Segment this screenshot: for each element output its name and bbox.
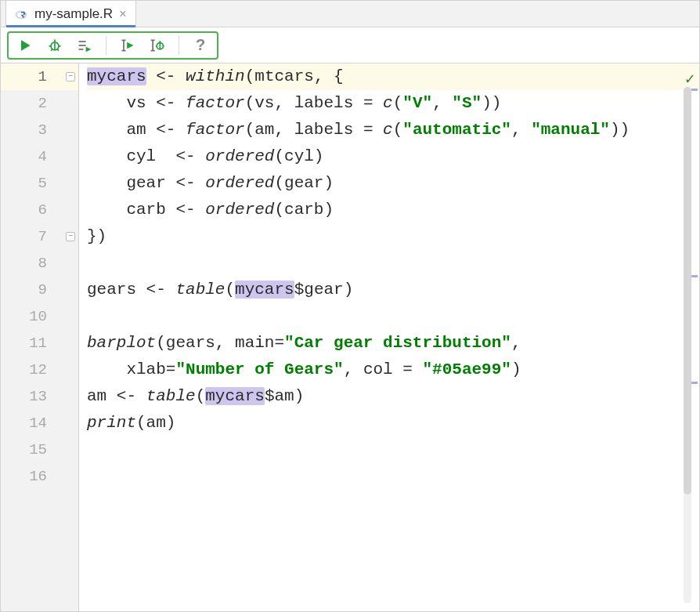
code-line[interactable] bbox=[87, 463, 699, 490]
code-line[interactable]: mycars <- within(mtcars, { bbox=[87, 63, 699, 90]
code-token: (am, labels = bbox=[245, 121, 383, 139]
code-token: am <- bbox=[87, 387, 146, 405]
help-button[interactable]: ? bbox=[192, 37, 209, 54]
code-line[interactable] bbox=[87, 250, 699, 277]
scrollbar-thumb[interactable] bbox=[684, 87, 691, 494]
run-button[interactable] bbox=[16, 37, 34, 54]
gutter-line[interactable]: 14 bbox=[1, 410, 78, 436]
code-token: gear <- bbox=[87, 174, 205, 192]
toolbar-separator bbox=[179, 36, 179, 55]
error-stripe[interactable] bbox=[691, 63, 698, 611]
file-tab-label: my-sample.R bbox=[34, 6, 113, 22]
code-area[interactable]: mycars <- within(mtcars, { vs <- factor(… bbox=[79, 63, 699, 611]
code-token: "V" bbox=[402, 94, 432, 112]
gutter-line[interactable]: 13 bbox=[1, 383, 78, 410]
code-token: )) bbox=[482, 94, 501, 112]
toolbar: ? bbox=[1, 27, 699, 63]
code-token: cyl <- bbox=[87, 147, 205, 165]
svg-line-7 bbox=[57, 49, 59, 51]
code-line[interactable]: am <- factor(am, labels = c("automatic",… bbox=[87, 117, 699, 143]
code-line[interactable]: }) bbox=[87, 223, 699, 250]
code-token: (gears, main= bbox=[156, 334, 284, 352]
code-token: within bbox=[186, 67, 245, 85]
code-token: xlab= bbox=[87, 360, 175, 378]
code-token: "automatic" bbox=[402, 121, 511, 139]
code-token: ordered bbox=[205, 174, 274, 192]
code-token: "S" bbox=[452, 94, 482, 112]
gutter-line[interactable]: 3 bbox=[1, 117, 78, 143]
code-token: (carb) bbox=[274, 201, 334, 219]
code-line[interactable]: cyl <- ordered(cyl) bbox=[87, 143, 699, 170]
code-token: "Number of Gears" bbox=[175, 360, 343, 378]
fold-collapse-icon[interactable]: − bbox=[66, 232, 75, 241]
code-token: (gear) bbox=[274, 174, 334, 192]
close-icon[interactable]: × bbox=[119, 7, 126, 21]
gutter-line[interactable]: 12 bbox=[1, 357, 78, 383]
gutter-line[interactable]: 1− bbox=[1, 63, 78, 90]
file-tab[interactable]: my-sample.R × bbox=[5, 0, 136, 27]
code-token: $gear) bbox=[294, 281, 354, 299]
code-token: ordered bbox=[205, 147, 274, 165]
gutter-line[interactable]: 6 bbox=[1, 197, 78, 223]
code-token: ( bbox=[393, 94, 403, 112]
r-file-icon bbox=[14, 7, 28, 21]
code-token: "Car gear distribution" bbox=[284, 334, 511, 352]
code-line[interactable]: xlab="Number of Gears", col = "#05ae99") bbox=[87, 357, 699, 383]
code-line[interactable]: print(am) bbox=[87, 410, 699, 436]
code-line[interactable]: gears <- table(mycars$gear) bbox=[87, 277, 699, 303]
code-token: am <- bbox=[87, 121, 186, 139]
code-token: ( bbox=[196, 387, 206, 405]
gutter-line[interactable]: 8 bbox=[1, 250, 78, 277]
code-token: vs <- bbox=[87, 94, 186, 112]
code-token: ( bbox=[393, 121, 403, 139]
code-token: , bbox=[432, 94, 452, 112]
code-line[interactable]: carb <- ordered(carb) bbox=[87, 197, 699, 223]
code-token: gears <- bbox=[87, 281, 175, 299]
code-token: ) bbox=[511, 360, 521, 378]
run-from-cursor-button[interactable] bbox=[119, 37, 136, 54]
code-line[interactable]: am <- table(mycars$am) bbox=[87, 383, 699, 410]
gutter-line[interactable]: 16 bbox=[1, 463, 78, 490]
gutter-line[interactable]: 10 bbox=[1, 303, 78, 330]
stripe-mark[interactable] bbox=[691, 382, 698, 384]
vertical-scrollbar[interactable] bbox=[684, 87, 691, 603]
code-token: <- bbox=[146, 67, 186, 85]
code-line[interactable] bbox=[87, 436, 699, 463]
gutter: 1−234567−8910111213141516 bbox=[1, 63, 79, 611]
gutter-line[interactable]: 2 bbox=[1, 90, 78, 117]
code-token: (vs, labels = bbox=[245, 94, 383, 112]
gutter-line[interactable]: 15 bbox=[1, 436, 78, 463]
debug-button[interactable] bbox=[46, 37, 63, 54]
gutter-line[interactable]: 11 bbox=[1, 330, 78, 357]
code-token: c bbox=[383, 121, 393, 139]
run-selection-button[interactable] bbox=[76, 37, 93, 54]
code-line[interactable]: barplot(gears, main="Car gear distributi… bbox=[87, 330, 699, 357]
code-token: , bbox=[511, 334, 521, 352]
code-token: table bbox=[175, 281, 225, 299]
code-token: factor bbox=[186, 94, 245, 112]
editor: 1−234567−8910111213141516 mycars <- with… bbox=[1, 63, 699, 611]
gutter-line[interactable]: 9 bbox=[1, 277, 78, 303]
code-token: , col = bbox=[344, 360, 423, 378]
code-token: c bbox=[383, 94, 393, 112]
gutter-line[interactable]: 4 bbox=[1, 143, 78, 170]
code-line[interactable] bbox=[87, 303, 699, 330]
code-token: table bbox=[146, 387, 196, 405]
code-token: "#05ae99" bbox=[423, 360, 511, 378]
code-token: print bbox=[87, 414, 136, 432]
code-token: mycars bbox=[205, 387, 265, 405]
fold-collapse-icon[interactable]: − bbox=[66, 72, 75, 81]
code-line[interactable]: gear <- ordered(gear) bbox=[87, 170, 699, 197]
debug-from-cursor-button[interactable] bbox=[149, 37, 166, 54]
code-token: barplot bbox=[87, 334, 156, 352]
code-line[interactable]: vs <- factor(vs, labels = c("V", "S")) bbox=[87, 90, 699, 117]
code-token: }) bbox=[87, 227, 106, 245]
stripe-mark[interactable] bbox=[691, 89, 698, 91]
stripe-mark[interactable] bbox=[691, 275, 698, 277]
gutter-line[interactable]: 5 bbox=[1, 170, 78, 197]
code-token: factor bbox=[186, 121, 245, 139]
code-token: , bbox=[511, 121, 531, 139]
code-token: mycars bbox=[235, 281, 294, 299]
code-token: $am) bbox=[265, 387, 304, 405]
gutter-line[interactable]: 7− bbox=[1, 223, 78, 250]
